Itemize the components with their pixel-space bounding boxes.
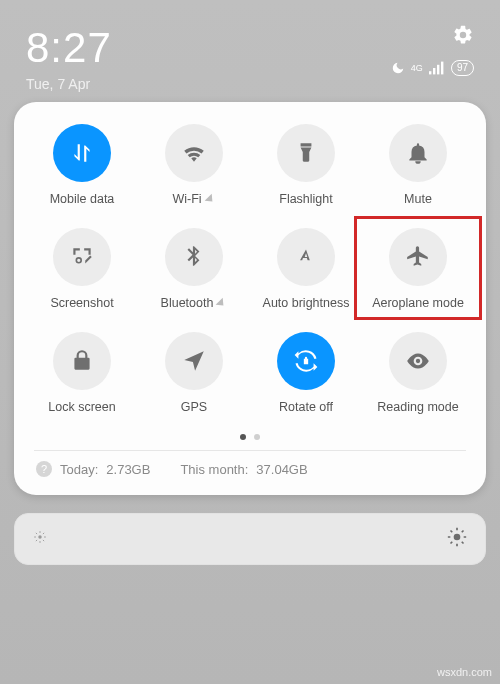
aeroplane-toggle[interactable] [389,228,447,286]
tile-mobile-data[interactable]: Mobile data [26,124,138,206]
tile-label: Rotate off [279,400,333,414]
location-arrow-icon [181,348,207,374]
bluetooth-toggle[interactable] [165,228,223,286]
svg-point-4 [38,535,42,539]
clock: 8:27 [26,24,112,72]
lock-icon [69,348,95,374]
usage-today-value: 2.73GB [106,462,150,477]
bluetooth-icon [181,244,207,270]
wifi-toggle[interactable] [165,124,223,182]
flashlight-icon [293,140,319,166]
page-indicator [26,434,474,440]
tile-mute[interactable]: Mute [362,124,474,206]
tile-label: Bluetooth [161,296,228,310]
tile-label: Wi-Fi [172,192,215,206]
svg-rect-0 [429,71,431,74]
aeroplane-icon [405,244,431,270]
tile-label: Reading mode [377,400,458,414]
tile-screenshot[interactable]: Screenshot [26,228,138,310]
tile-label: Aeroplane mode [372,296,464,310]
auto-brightness-icon [293,244,319,270]
settings-button[interactable] [452,24,474,50]
info-icon: ? [36,461,52,477]
mobile-data-toggle[interactable] [53,124,111,182]
expand-indicator-icon [216,297,227,308]
status-right: 4G 97 [391,24,474,76]
tile-label: Mute [404,192,432,206]
watermark: wsxdn.com [437,666,492,678]
signal-icon [429,61,445,75]
network-type: 4G [411,64,423,73]
bell-icon [405,140,431,166]
mute-toggle[interactable] [389,124,447,182]
divider [34,450,466,451]
usage-month-label: This month: [180,462,248,477]
usage-month-value: 37.04GB [256,462,307,477]
quick-settings-grid: Mobile data Wi-Fi Flashlight Mute [26,124,474,414]
tile-label: Lock screen [48,400,115,414]
battery-level: 97 [451,60,474,76]
status-left: 8:27 Tue, 7 Apr [26,24,112,92]
tile-label: Mobile data [50,192,115,206]
tile-flashlight[interactable]: Flashlight [250,124,362,206]
mobile-data-icon [69,140,95,166]
reading-mode-toggle[interactable] [389,332,447,390]
rotate-lock-icon [293,348,319,374]
tile-label: Flashlight [279,192,333,206]
tile-label: GPS [181,400,207,414]
status-header: 8:27 Tue, 7 Apr 4G 97 [0,0,500,102]
gear-icon [452,24,474,46]
svg-point-5 [454,534,461,541]
brightness-high-icon [447,527,467,551]
tile-auto-brightness[interactable]: Auto brightness [250,228,362,310]
dnd-moon-icon [391,61,405,75]
auto-brightness-toggle[interactable] [277,228,335,286]
date: Tue, 7 Apr [26,76,112,92]
wifi-icon [181,140,207,166]
flashlight-toggle[interactable] [277,124,335,182]
tile-lock-screen[interactable]: Lock screen [26,332,138,414]
svg-rect-3 [441,62,443,75]
brightness-slider[interactable] [14,513,486,565]
screenshot-button[interactable] [53,228,111,286]
tile-reading-mode[interactable]: Reading mode [362,332,474,414]
svg-rect-1 [433,68,435,74]
screenshot-icon [69,244,95,270]
gps-toggle[interactable] [165,332,223,390]
tile-label: Screenshot [50,296,113,310]
tile-aeroplane-mode[interactable]: Aeroplane mode [362,228,474,310]
page-dot-2[interactable] [254,434,260,440]
data-usage-row[interactable]: ? Today: 2.73GB This month: 37.04GB [26,461,474,481]
tile-rotate-off[interactable]: Rotate off [250,332,362,414]
quick-settings-panel: Mobile data Wi-Fi Flashlight Mute [14,102,486,495]
notification-shade: 8:27 Tue, 7 Apr 4G 97 Mobile data [0,0,500,684]
usage-today-label: Today: [60,462,98,477]
eye-icon [405,348,431,374]
rotate-toggle[interactable] [277,332,335,390]
tile-wifi[interactable]: Wi-Fi [138,124,250,206]
tile-label: Auto brightness [263,296,350,310]
page-dot-1[interactable] [240,434,246,440]
tile-gps[interactable]: GPS [138,332,250,414]
tile-bluetooth[interactable]: Bluetooth [138,228,250,310]
brightness-low-icon [33,530,47,548]
expand-indicator-icon [204,193,215,204]
status-icons: 4G 97 [391,60,474,76]
lock-screen-button[interactable] [53,332,111,390]
svg-rect-2 [437,65,439,75]
